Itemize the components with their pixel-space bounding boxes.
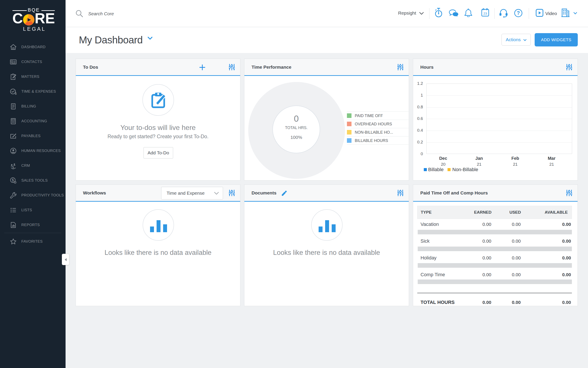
svg-text:?: ? [517, 10, 520, 16]
svg-text:$: $ [12, 178, 14, 182]
svg-text:$: $ [12, 166, 14, 169]
svg-text:23: 23 [483, 11, 487, 15]
svg-text:$: $ [15, 92, 17, 95]
